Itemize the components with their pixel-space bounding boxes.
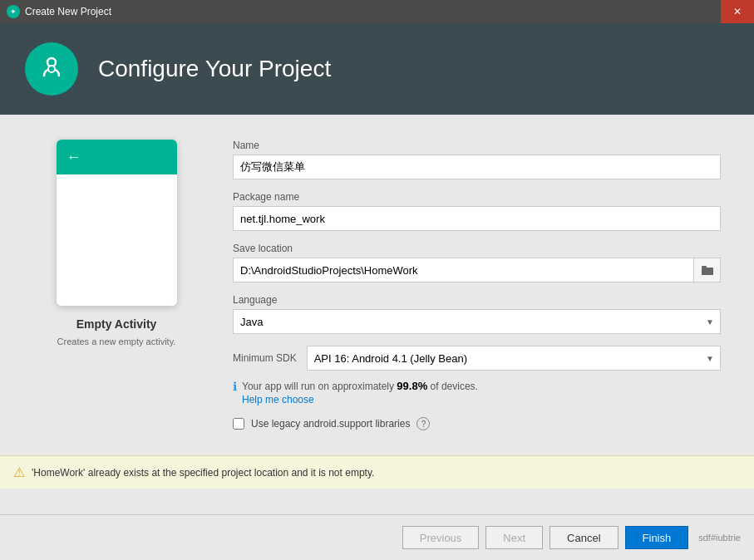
app-icon: ✦ [7,5,20,18]
info-percentage: 99.8% [397,380,427,392]
language-select-wrapper: Java Kotlin ▼ [233,309,721,334]
package-input[interactable] [233,206,721,231]
name-label: Name [233,140,721,151]
warning-icon: ⚠ [13,464,25,480]
activity-description: Creates a new empty activity. [57,336,176,348]
dialog-title: Configure Your Project [98,56,331,82]
watermark-text: sdf#iubtrie [698,533,741,543]
save-location-label: Save location [233,243,721,254]
sdk-info-row: ℹ Your app will run on approximately 99.… [233,379,721,405]
info-icon: ℹ [233,380,237,393]
previous-button[interactable]: Previous [402,526,480,549]
svg-point-1 [48,66,55,72]
legacy-checkbox-row: Use legacy android.support libraries ? [233,417,721,430]
activity-label: Empty Activity [76,317,157,331]
form-panel: Name Package name Save location [233,140,721,430]
warning-text: 'HomeWork' already exists at the specifi… [32,467,374,479]
title-bar: ✦ Create New Project ✕ [0,0,754,23]
info-text-suffix: of devices. [427,381,478,392]
name-input[interactable] [233,155,721,179]
back-arrow-icon: ← [67,149,81,166]
browse-folder-button[interactable] [694,258,721,282]
package-label: Package name [233,191,721,203]
warning-bar: ⚠ 'HomeWork' already exists at the speci… [0,455,754,489]
save-location-group: Save location [233,243,721,282]
next-button[interactable]: Next [485,526,543,549]
name-group: Name [233,140,721,179]
legacy-checkbox-label: Use legacy android.support libraries [251,418,410,430]
language-label: Language [233,294,721,306]
save-location-input[interactable] [233,258,694,282]
svg-rect-3 [702,266,707,268]
close-button[interactable]: ✕ [721,0,754,23]
min-sdk-select-wrapper: API 16: Android 4.1 (Jelly Bean) API 21:… [307,346,721,371]
header-icon [25,42,78,96]
dialog-header: Configure Your Project [0,23,754,115]
legacy-help-icon[interactable]: ? [416,417,430,430]
min-sdk-row: Minimum SDK API 16: Android 4.1 (Jelly B… [233,346,721,371]
package-group: Package name [233,191,721,231]
cancel-button[interactable]: Cancel [549,526,618,549]
sdk-info-text: Your app will run on approximately 99.8%… [242,379,478,405]
finish-button[interactable]: Finish [625,526,689,549]
legacy-checkbox[interactable] [233,418,244,430]
svg-rect-2 [702,268,713,275]
info-text-prefix: Your app will run on approximately [242,381,397,392]
help-me-choose-link[interactable]: Help me choose [242,394,478,405]
left-panel: ← Empty Activity Creates a new empty act… [33,140,200,430]
title-bar-label: Create New Project [25,6,111,17]
save-location-input-row [233,258,721,282]
main-content: ← Empty Activity Creates a new empty act… [0,115,754,455]
phone-content [57,174,177,306]
min-sdk-label: Minimum SDK [233,352,297,364]
phone-preview: ← [57,140,177,306]
min-sdk-select[interactable]: API 16: Android 4.1 (Jelly Bean) API 21:… [307,346,721,371]
phone-toolbar: ← [57,140,177,174]
language-group: Language Java Kotlin ▼ [233,294,721,334]
footer: Previous Next Cancel Finish sdf#iubtrie [0,514,754,560]
language-select[interactable]: Java Kotlin [233,309,721,334]
